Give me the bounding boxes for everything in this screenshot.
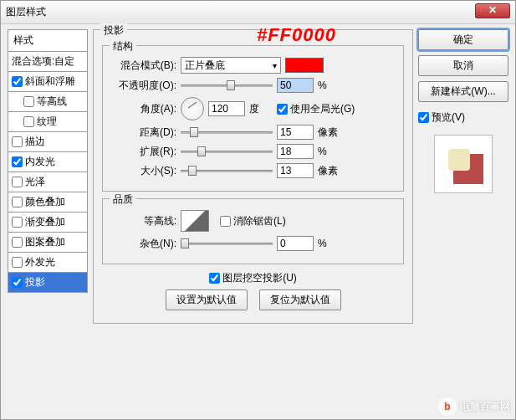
quality-title: 品质: [110, 192, 136, 207]
style-item-checkbox[interactable]: [12, 177, 23, 187]
style-item-6[interactable]: 颜色叠加: [8, 192, 88, 213]
style-item-checkbox[interactable]: [12, 76, 23, 87]
styles-header[interactable]: 样式: [8, 29, 88, 52]
contour-label: 等高线:: [111, 214, 176, 228]
style-item-label: 纹理: [37, 115, 57, 129]
style-item-label: 渐变叠加: [25, 215, 65, 229]
style-item-checkbox[interactable]: [12, 277, 23, 288]
angle-dial[interactable]: [181, 97, 204, 120]
noise-unit: %: [318, 238, 341, 249]
noise-input[interactable]: 0: [277, 236, 314, 251]
style-item-checkbox[interactable]: [12, 156, 23, 167]
style-item-checkbox[interactable]: [12, 197, 23, 207]
titlebar[interactable]: 图层样式 ✕: [1, 1, 515, 24]
spread-input[interactable]: 18: [277, 144, 314, 159]
watermark-icon: b: [438, 397, 457, 416]
watermark-text: 电脑百事网: [460, 400, 510, 414]
opacity-unit: %: [318, 79, 341, 91]
style-item-checkbox[interactable]: [12, 257, 23, 268]
knockout-input[interactable]: [209, 273, 220, 284]
spread-slider[interactable]: [181, 146, 273, 157]
size-unit: 像素: [318, 164, 341, 178]
style-item-0[interactable]: 斜面和浮雕: [8, 72, 88, 92]
cancel-button[interactable]: 取消: [418, 55, 508, 76]
antialias-input[interactable]: [220, 216, 231, 227]
style-item-checkbox[interactable]: [12, 136, 23, 147]
contour-picker[interactable]: [181, 210, 209, 232]
spread-unit: %: [318, 146, 341, 157]
shadow-color-swatch[interactable]: [285, 58, 324, 73]
distance-slider[interactable]: [181, 126, 273, 138]
style-item-checkbox[interactable]: [23, 96, 34, 107]
angle-input[interactable]: 120: [208, 101, 245, 116]
style-item-7[interactable]: 渐变叠加: [8, 213, 88, 233]
blend-mode-select[interactable]: 正片叠底: [181, 57, 281, 74]
style-item-10[interactable]: 投影: [8, 273, 88, 293]
global-light-input[interactable]: [277, 104, 288, 115]
style-item-label: 斜面和浮雕: [25, 74, 75, 89]
angle-unit: 度: [249, 102, 273, 116]
antialias-checkbox[interactable]: 消除锯齿(L): [220, 214, 286, 228]
style-item-3[interactable]: 描边: [8, 132, 88, 152]
reset-default-button[interactable]: 复位为默认值: [259, 289, 341, 310]
size-label: 大小(S):: [111, 164, 176, 178]
style-item-checkbox[interactable]: [12, 217, 23, 228]
style-item-label: 投影: [25, 275, 45, 289]
ok-button[interactable]: 确定: [418, 29, 508, 50]
style-item-label: 颜色叠加: [25, 195, 65, 209]
preview-checkbox[interactable]: 预览(V): [418, 110, 508, 125]
angle-label: 角度(A):: [111, 102, 176, 116]
style-item-label: 光泽: [25, 175, 45, 189]
style-item-9[interactable]: 外发光: [8, 253, 88, 273]
style-item-checkbox[interactable]: [12, 237, 23, 248]
layer-style-dialog: 图层样式 ✕ 样式 混合选项:自定 斜面和浮雕等高线纹理描边内发光光泽颜色叠加渐…: [0, 0, 516, 420]
style-item-1[interactable]: 等高线: [8, 92, 88, 112]
styles-list: 样式 混合选项:自定 斜面和浮雕等高线纹理描边内发光光泽颜色叠加渐变叠加图案叠加…: [8, 29, 88, 412]
style-item-5[interactable]: 光泽: [8, 172, 88, 192]
style-item-2[interactable]: 纹理: [8, 112, 88, 132]
global-light-checkbox[interactable]: 使用全局光(G): [277, 102, 355, 116]
new-style-button[interactable]: 新建样式(W)...: [418, 81, 508, 102]
knockout-checkbox[interactable]: 图层挖空投影(U): [209, 271, 297, 285]
style-item-label: 外发光: [25, 255, 55, 269]
size-slider[interactable]: [181, 165, 273, 177]
blend-options-item[interactable]: 混合选项:自定: [8, 52, 88, 72]
window-title: 图层样式: [6, 5, 46, 19]
noise-slider[interactable]: [181, 238, 273, 249]
group-title: 投影: [100, 23, 127, 38]
structure-title: 结构: [110, 39, 136, 54]
group-quality: 品质 等高线: 消除锯齿(L) 杂色(N): 0 %: [102, 198, 404, 264]
opacity-slider[interactable]: [181, 79, 273, 91]
group-dropshadow: 投影 #FF0000 结构 混合模式(B): 正片叠底 不透明度(O): 50 …: [93, 29, 413, 324]
style-item-label: 等高线: [37, 95, 67, 109]
set-default-button[interactable]: 设置为默认值: [166, 289, 248, 310]
preview-thumbnail: [434, 135, 493, 193]
style-item-label: 内发光: [25, 155, 55, 169]
watermark: b 电脑百事网: [438, 397, 510, 416]
distance-label: 距离(D):: [111, 125, 176, 140]
style-item-label: 图案叠加: [25, 235, 65, 249]
style-item-8[interactable]: 图案叠加: [8, 233, 88, 253]
opacity-input[interactable]: 50: [277, 78, 314, 93]
noise-label: 杂色(N):: [111, 237, 176, 251]
distance-unit: 像素: [318, 125, 341, 140]
style-item-checkbox[interactable]: [23, 116, 34, 127]
style-item-label: 描边: [25, 135, 45, 149]
preview-input[interactable]: [418, 112, 429, 123]
spread-label: 扩展(R):: [111, 145, 176, 159]
settings-panel: 投影 #FF0000 结构 混合模式(B): 正片叠底 不透明度(O): 50 …: [93, 29, 413, 412]
group-structure: #FF0000 结构 混合模式(B): 正片叠底 不透明度(O): 50 %: [102, 45, 404, 192]
action-column: 确定 取消 新建样式(W)... 预览(V): [418, 29, 508, 412]
blend-mode-label: 混合模式(B):: [111, 59, 176, 73]
style-item-4[interactable]: 内发光: [8, 152, 88, 172]
color-annotation: #FF0000: [257, 24, 336, 46]
size-input[interactable]: 13: [277, 163, 314, 178]
close-button[interactable]: ✕: [475, 3, 510, 18]
distance-input[interactable]: 15: [277, 125, 314, 140]
opacity-label: 不透明度(O):: [111, 79, 176, 93]
